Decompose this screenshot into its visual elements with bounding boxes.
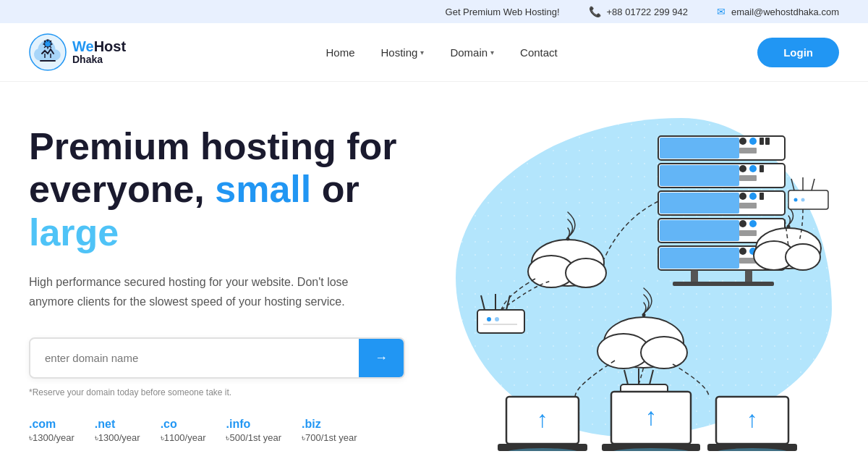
cloud-1 <box>528 212 606 287</box>
svg-text:↑: ↑ <box>746 406 758 432</box>
cloud-2 <box>754 207 821 270</box>
phone-icon: 📞 <box>589 6 601 17</box>
svg-line-60 <box>791 179 794 190</box>
router-1 <box>477 281 551 333</box>
nav-home[interactable]: Home <box>326 46 355 59</box>
svg-text:↑: ↑ <box>645 403 658 430</box>
domain-ext-com: .com ৳1300/year <box>29 418 75 444</box>
logo-icon <box>29 33 67 71</box>
domain-note: *Reserve your domain today before someon… <box>29 387 434 397</box>
svg-rect-10 <box>660 165 739 186</box>
hero-illustration: ↑ ↑ ↑ <box>434 111 839 458</box>
nav-contact[interactable]: Contact <box>520 46 558 59</box>
svg-rect-25 <box>739 230 757 236</box>
nav-hosting[interactable]: Hosting ▾ <box>381 46 425 59</box>
svg-rect-17 <box>739 193 746 200</box>
laptop-2: ↑ <box>602 392 700 451</box>
svg-text:↑: ↑ <box>537 406 548 432</box>
domain-search-box: → <box>29 337 405 379</box>
svg-rect-13 <box>760 165 764 172</box>
svg-point-52 <box>495 317 499 321</box>
svg-line-47 <box>481 295 485 310</box>
svg-point-51 <box>487 317 491 321</box>
hero-section: Premium hosting for everyone, small or l… <box>0 82 868 459</box>
laptop-3: ↑ <box>707 397 797 451</box>
svg-line-62 <box>812 179 814 190</box>
svg-line-56 <box>650 370 653 384</box>
domain-extensions: .com ৳1300/year .net ৳1300/year .co ৳110… <box>29 418 434 444</box>
svg-rect-18 <box>749 193 757 200</box>
svg-point-40 <box>786 244 820 270</box>
domain-ext-net: .net ৳1300/year <box>95 418 140 444</box>
cloud-3 <box>597 288 687 369</box>
hero-content: Premium hosting for everyone, small or l… <box>29 125 434 445</box>
logo[interactable]: WeHost Dhaka <box>29 33 126 71</box>
hero-title: Premium hosting for everyone, small or l… <box>29 125 434 255</box>
nav-links: Home Hosting ▾ Domain ▾ Contact <box>326 46 558 59</box>
hero-subtitle: High performance secured hosting for you… <box>29 272 391 311</box>
svg-rect-33 <box>673 282 774 286</box>
svg-rect-14 <box>739 175 757 181</box>
svg-point-44 <box>641 337 687 369</box>
email-icon: ✉ <box>717 6 726 17</box>
topbar-phone: 📞 +88 01722 299 942 <box>589 6 688 17</box>
svg-point-37 <box>566 237 570 241</box>
laptop-1: ↑ <box>498 397 587 451</box>
svg-rect-11 <box>739 165 746 172</box>
hosting-dropdown-arrow: ▾ <box>420 49 424 56</box>
svg-rect-6 <box>760 138 764 145</box>
svg-point-64 <box>801 198 805 202</box>
svg-rect-22 <box>660 220 739 241</box>
topbar-email: ✉ email@wehostdhaka.com <box>717 6 839 17</box>
svg-rect-27 <box>660 248 739 269</box>
topbar-promo: Get Premium Web Hosting! <box>446 6 560 17</box>
svg-rect-4 <box>739 138 746 145</box>
domain-input[interactable] <box>30 340 359 376</box>
domain-ext-info: .info ৳500/1st year <box>226 418 281 444</box>
svg-point-45 <box>642 313 646 317</box>
login-button[interactable]: Login <box>757 38 839 67</box>
svg-rect-3 <box>660 138 739 159</box>
topbar: Get Premium Web Hosting! 📞 +88 01722 299… <box>0 0 868 23</box>
svg-rect-28 <box>739 248 746 255</box>
svg-point-41 <box>787 225 791 229</box>
navbar: WeHost Dhaka Home Hosting ▾ Domain ▾ Con… <box>0 23 868 82</box>
svg-rect-20 <box>739 203 757 209</box>
svg-rect-24 <box>749 220 757 227</box>
domain-ext-biz: .biz ৳700/1st year <box>302 418 357 444</box>
svg-line-54 <box>624 370 628 384</box>
svg-point-63 <box>794 198 798 202</box>
hero-svg: ↑ ↑ ↑ <box>434 118 839 451</box>
svg-rect-8 <box>739 148 757 153</box>
svg-rect-16 <box>660 193 739 214</box>
svg-rect-19 <box>760 193 764 200</box>
svg-point-36 <box>566 258 606 287</box>
svg-rect-46 <box>477 310 524 333</box>
svg-rect-12 <box>749 165 757 172</box>
domain-search-button[interactable]: → <box>359 339 404 377</box>
nav-domain[interactable]: Domain ▾ <box>450 46 494 59</box>
arrow-right-icon: → <box>375 350 388 366</box>
svg-rect-5 <box>749 138 757 145</box>
domain-ext-co: .co ৳1100/year <box>161 418 206 444</box>
svg-rect-23 <box>739 220 746 227</box>
logo-text: WeHost Dhaka <box>72 38 126 65</box>
svg-rect-7 <box>765 138 770 145</box>
domain-dropdown-arrow: ▾ <box>490 49 494 56</box>
